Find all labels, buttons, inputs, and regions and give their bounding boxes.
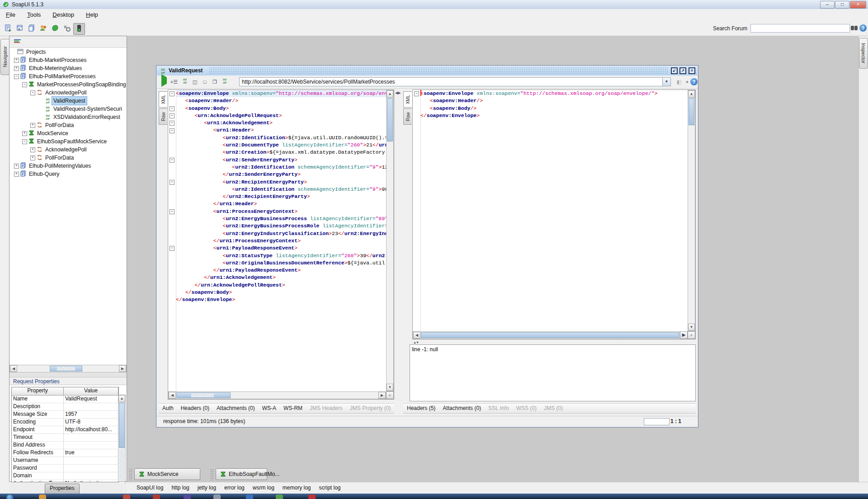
request-help-icon[interactable]: ? bbox=[690, 78, 698, 85]
tab-attachments-0-[interactable]: Attachments (0) bbox=[213, 404, 259, 413]
property-value[interactable]: No Authorization bbox=[64, 480, 118, 482]
property-value[interactable]: 1957 bbox=[64, 411, 118, 418]
tree-hscrollbar[interactable]: ◀ ▶ bbox=[9, 365, 127, 372]
tree-item-xsdvalidationerrorrequest[interactable]: SOAPXSDValidationErrorRequest bbox=[9, 113, 127, 121]
tree-item-label[interactable]: ValidRequest bbox=[52, 97, 87, 105]
xml-line[interactable]: <soapenv:Header/> bbox=[176, 97, 386, 104]
fold-collapse-icon[interactable]: − bbox=[170, 128, 175, 133]
tree-item-elhub-query[interactable]: +Elhub-Query bbox=[9, 170, 127, 178]
xml-line[interactable]: </urn1:Acknowledgement> bbox=[176, 274, 386, 281]
menu-tools[interactable]: Tools bbox=[21, 9, 47, 20]
xml-line[interactable]: <urn1:ProcessEnergyContext> bbox=[176, 208, 386, 215]
tabbed-layout-icon[interactable]: ◧ bbox=[675, 77, 684, 86]
xml-line[interactable]: <urn:AcknowledgePollRequest> bbox=[176, 112, 386, 119]
property-value[interactable]: ValidRequest bbox=[64, 395, 118, 403]
response-hscrollbar[interactable]: ◀ bbox=[413, 331, 680, 339]
magnifier-icon[interactable]: ⌕ bbox=[688, 331, 695, 339]
request-xml-editor[interactable]: <soapenv:Envelope xmlns:soapenv="http://… bbox=[176, 90, 386, 391]
drag-handle[interactable] bbox=[129, 469, 133, 480]
xml-line[interactable]: <urn2:DocumentType listAgencyIdentifier=… bbox=[176, 141, 386, 149]
tab-attachments-0-[interactable]: Attachments (0) bbox=[439, 404, 485, 413]
add-to-testcase-icon[interactable]: +☰ bbox=[170, 77, 179, 86]
panel-splitter[interactable] bbox=[9, 372, 127, 377]
fold-gutter[interactable]: −−−−−−−−− bbox=[168, 90, 176, 399]
tree-item-label[interactable]: MarketProcessesPollingSoapBinding bbox=[36, 80, 127, 89]
response-xml-tab[interactable]: XML bbox=[403, 91, 412, 108]
xml-line[interactable]: <urn2:Identification>${=java.util.UUID.r… bbox=[176, 134, 386, 141]
properties-vscrollbar[interactable]: ▲ ▼ bbox=[118, 395, 126, 489]
menu-desktop[interactable]: Desktop bbox=[47, 9, 80, 20]
property-value[interactable]: UTF-8 bbox=[64, 419, 118, 426]
magnifier-icon[interactable]: ⌕ bbox=[386, 391, 394, 399]
taskbar-app-icon[interactable] bbox=[184, 494, 191, 499]
fold-collapse-icon[interactable]: − bbox=[170, 113, 175, 118]
request-window-titlebar[interactable]: SOAP ValidRequest ↙ ↗ × bbox=[157, 66, 698, 76]
fold-gutter[interactable]: − bbox=[413, 90, 421, 339]
preferences-icon[interactable] bbox=[61, 23, 72, 34]
tree-item-label[interactable]: ValidRequest-System/Securi bbox=[52, 105, 123, 113]
forum-icon[interactable] bbox=[38, 23, 49, 34]
fold-collapse-icon[interactable]: − bbox=[170, 209, 175, 214]
property-value[interactable] bbox=[64, 434, 118, 441]
soapui-home-icon[interactable] bbox=[50, 23, 61, 34]
request-xml-tab[interactable]: XML bbox=[159, 91, 167, 108]
navigator-tab[interactable]: Navigator bbox=[0, 39, 9, 75]
sort-arrows-icon[interactable]: ▲▼ bbox=[413, 341, 419, 344]
tree-item-label[interactable]: XSDValidationErrorRequest bbox=[52, 113, 122, 121]
scroll-right-icon[interactable]: ▶ bbox=[680, 331, 688, 339]
scroll-right-icon[interactable]: ▶ bbox=[119, 365, 126, 372]
tree-item-acknowledgepoll[interactable]: −AcknowledgePoll bbox=[9, 89, 127, 97]
taskbar-app-icon[interactable] bbox=[213, 494, 221, 499]
xml-line[interactable]: <urn1:PayloadResponseEvent> bbox=[176, 245, 386, 252]
xml-line[interactable]: <urn2:EnergyIndustryClassification>23</u… bbox=[176, 230, 386, 237]
endpoint-combo[interactable]: http://localhost:8082/WebService/service… bbox=[239, 77, 671, 86]
fold-collapse-icon[interactable]: − bbox=[170, 158, 175, 163]
tree-item-label[interactable]: AcknowledgePoll bbox=[44, 146, 88, 154]
windows-taskbar[interactable] bbox=[0, 494, 868, 499]
tree-item-marketprocessespollingsoapbinding[interactable]: −MarketProcessesPollingSoapBinding bbox=[9, 80, 127, 89]
fold-collapse-icon[interactable]: − bbox=[170, 91, 175, 96]
import-project-icon[interactable] bbox=[3, 23, 14, 34]
property-value[interactable] bbox=[64, 472, 118, 480]
maximize-button[interactable]: □ bbox=[835, 1, 849, 9]
collapse-icon[interactable]: − bbox=[22, 82, 27, 87]
xml-line[interactable]: <urn2:RecipientEnergyParty> bbox=[176, 179, 386, 186]
tree-item-label[interactable]: Elhub-MarketProcesses bbox=[28, 56, 88, 64]
tree-item-label[interactable]: AcknowledgePoll bbox=[44, 89, 88, 97]
menu-help[interactable]: Help bbox=[80, 9, 104, 20]
taskbar-app-icon[interactable] bbox=[276, 494, 283, 499]
log-tab-soapui-log[interactable]: SoapUI log bbox=[132, 482, 167, 493]
collapse-icon[interactable]: − bbox=[22, 139, 27, 144]
log-tab-memory-log[interactable]: memory log bbox=[278, 482, 315, 493]
response-raw-tab[interactable]: Raw bbox=[403, 108, 412, 125]
xml-line[interactable]: </soapenv:Envelope> bbox=[420, 112, 688, 119]
log-tab-script-log[interactable]: script log bbox=[315, 482, 345, 493]
tree-item-elhubsoapfaultmockservice[interactable]: −ElhubSoapFaultMockService bbox=[9, 137, 127, 146]
taskbar-app-icon[interactable] bbox=[308, 494, 316, 499]
request-hscrollbar[interactable]: ◀▶ bbox=[168, 391, 386, 399]
tree-options-icon[interactable] bbox=[14, 39, 21, 45]
xml-line[interactable]: </urn:AcknowledgePollRequest> bbox=[176, 282, 386, 289]
collapse-icon[interactable]: − bbox=[30, 90, 35, 95]
xml-line[interactable]: <soapenv:Header/> bbox=[420, 97, 688, 104]
validation-error-panel[interactable]: line -1: null bbox=[410, 344, 696, 401]
xml-line[interactable]: </urn2:RecipientEnergyParty> bbox=[176, 193, 386, 200]
tree-item-elhub-pollmeteringvalues[interactable]: +Elhub-PollMeteringValues bbox=[9, 162, 127, 170]
expand-icon[interactable]: + bbox=[14, 164, 19, 169]
xml-line[interactable]: <urn2:SenderEnergyParty> bbox=[176, 156, 386, 164]
save-all-projects-icon[interactable] bbox=[26, 23, 37, 34]
xml-line[interactable]: <urn2:Creation>${=javax.xml.datatype.Dat… bbox=[176, 149, 386, 156]
chevron-down-icon[interactable]: ▼ bbox=[662, 78, 670, 86]
xml-line[interactable]: <urn2:EnergyBusinessProcess listAgencyId… bbox=[176, 215, 386, 222]
xml-line[interactable]: <urn2:OriginalBusinessDocumentReference>… bbox=[176, 259, 386, 267]
property-value[interactable] bbox=[64, 457, 118, 464]
tree-item-label[interactable]: Elhub-MeteringValues bbox=[28, 64, 83, 72]
create-mockservice-icon[interactable]: ◫ bbox=[190, 77, 199, 86]
restore-window-icon[interactable]: ↙ bbox=[671, 67, 678, 74]
tree-item-label[interactable]: ElhubSoapFaultMockService bbox=[36, 137, 108, 146]
tree-item-label[interactable]: Elhub-Query bbox=[28, 170, 61, 178]
close-window-icon[interactable]: × bbox=[689, 67, 695, 74]
xml-line[interactable]: <soapenv:Envelope xmlns:soapenv="http://… bbox=[176, 90, 386, 97]
tree-item-label[interactable]: Projects bbox=[25, 48, 47, 56]
properties-button[interactable]: Properties bbox=[45, 484, 80, 494]
